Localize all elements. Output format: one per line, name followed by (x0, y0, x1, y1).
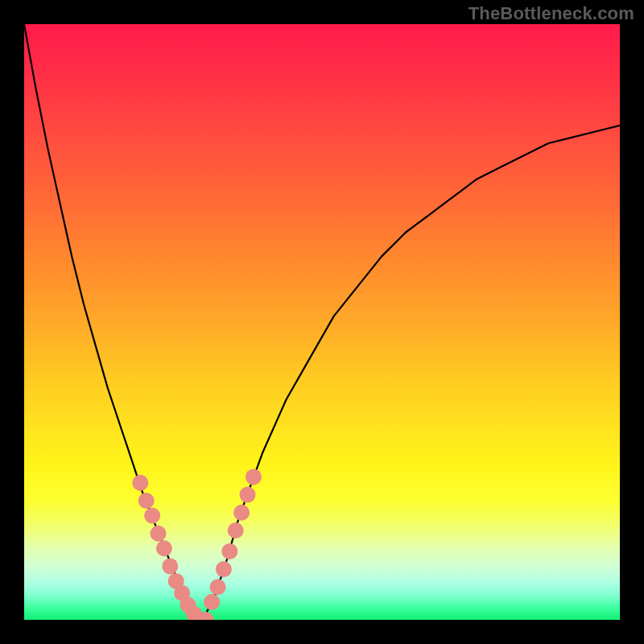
data-marker (204, 594, 220, 610)
data-marker (221, 543, 237, 559)
data-marker (162, 558, 178, 574)
data-marker (132, 475, 148, 491)
data-marker (156, 540, 172, 556)
marker-group (132, 469, 262, 620)
watermark-text: TheBottleneck.com (469, 3, 634, 24)
data-marker (246, 469, 262, 485)
data-marker (144, 508, 160, 524)
data-marker (216, 561, 232, 577)
data-marker (233, 505, 250, 521)
data-marker (151, 526, 167, 542)
data-marker (138, 493, 155, 509)
bottleneck-curve (24, 24, 620, 620)
chart-frame: TheBottleneck.com (0, 0, 644, 644)
data-marker (228, 522, 244, 539)
data-marker (210, 579, 226, 595)
data-marker (240, 487, 256, 503)
chart-svg (24, 24, 620, 620)
plot-area (24, 24, 620, 620)
